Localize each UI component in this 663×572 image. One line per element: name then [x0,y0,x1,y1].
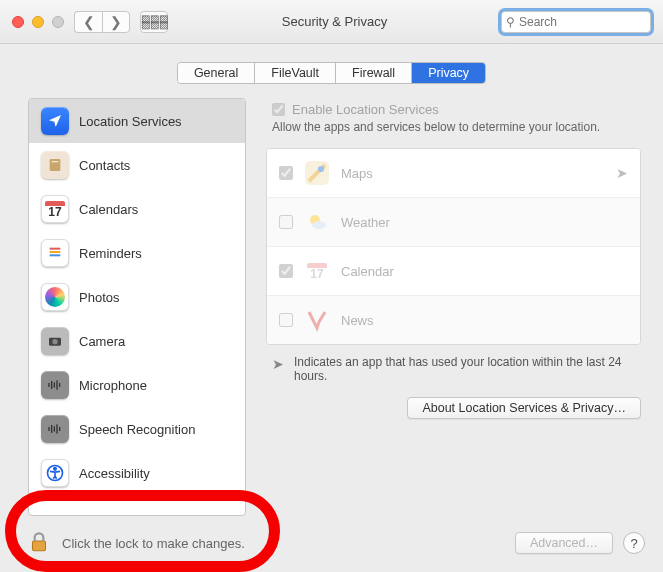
privacy-sidebar[interactable]: Location Services Contacts 17 Calendars … [28,98,246,516]
zoom-window-button[interactable] [52,16,64,28]
app-checkbox[interactable] [279,166,293,180]
microphone-icon [41,371,69,399]
window-title: Security & Privacy [178,14,491,29]
sidebar-item-contacts[interactable]: Contacts [29,143,245,187]
app-row-news[interactable]: News [267,296,640,344]
svg-point-18 [54,468,57,471]
svg-point-6 [52,339,57,344]
lock-area[interactable]: Click the lock to make changes. [26,529,245,558]
sidebar-item-reminders[interactable]: Reminders [29,231,245,275]
svg-rect-13 [51,425,52,433]
window: ❮ ❯ ▨▨▨▨▨▨ Security & Privacy ⚲ General … [0,0,663,572]
accessibility-icon [41,459,69,487]
news-icon [303,306,331,334]
close-window-button[interactable] [12,16,24,28]
lock-text: Click the lock to make changes. [62,536,245,551]
traffic-lights [12,16,64,28]
reminders-icon [41,239,69,267]
sidebar-item-camera[interactable]: Camera [29,319,245,363]
tab-bar: General FileVault Firewall Privacy [0,44,663,84]
app-list[interactable]: Maps ➤ Weather 17 Calendar [266,148,641,345]
contacts-icon [41,151,69,179]
location-indicator-note: ➤ Indicates an app that has used your lo… [266,345,641,387]
app-row-calendar[interactable]: 17 Calendar [267,247,640,296]
svg-rect-12 [48,427,49,431]
enable-location-services-label: Enable Location Services [292,102,439,117]
sidebar-item-photos[interactable]: Photos [29,275,245,319]
panel-header: Enable Location Services Allow the apps … [266,98,641,140]
search-input[interactable] [519,15,646,29]
speech-recognition-icon [41,415,69,443]
app-name: Maps [341,166,606,181]
svg-rect-1 [52,161,59,162]
svg-rect-4 [50,254,61,256]
show-all-button[interactable]: ▨▨▨▨▨▨ [140,11,168,33]
sidebar-item-location-services[interactable]: Location Services [29,99,245,143]
svg-rect-7 [48,383,49,387]
search-field[interactable]: ⚲ [501,11,651,33]
app-checkbox[interactable] [279,215,293,229]
back-button[interactable]: ❮ [74,11,102,33]
nav-buttons: ❮ ❯ [74,11,130,33]
svg-rect-11 [59,383,60,387]
svg-rect-9 [54,382,55,387]
sidebar-item-label: Contacts [79,158,130,173]
svg-rect-16 [59,427,60,431]
location-arrow-icon: ➤ [272,355,284,372]
about-button-row: About Location Services & Privacy… [266,387,641,423]
advanced-button[interactable]: Advanced… [515,532,613,554]
content: Location Services Contacts 17 Calendars … [0,84,663,522]
indicator-text: Indicates an app that has used your loca… [294,355,635,383]
search-icon: ⚲ [506,15,515,29]
footer: Click the lock to make changes. Advanced… [0,522,663,572]
about-location-services-button[interactable]: About Location Services & Privacy… [407,397,641,419]
tab-general[interactable]: General [178,63,255,83]
svg-rect-23 [33,540,46,550]
calendars-icon: 17 [41,195,69,223]
app-name: News [341,313,628,328]
sidebar-item-label: Speech Recognition [79,422,195,437]
app-checkbox[interactable] [279,264,293,278]
app-checkbox[interactable] [279,313,293,327]
svg-rect-8 [51,381,52,389]
sidebar-item-microphone[interactable]: Microphone [29,363,245,407]
svg-point-22 [312,221,326,229]
sidebar-item-label: Accessibility [79,466,150,481]
svg-rect-2 [50,248,61,250]
sidebar-item-speech-recognition[interactable]: Speech Recognition [29,407,245,451]
location-services-panel: Enable Location Services Allow the apps … [266,98,641,516]
minimize-window-button[interactable] [32,16,44,28]
tab-filevault[interactable]: FileVault [255,63,336,83]
svg-rect-0 [50,159,61,171]
enable-location-services-checkbox[interactable]: Enable Location Services [272,102,637,117]
tab-firewall[interactable]: Firewall [336,63,412,83]
sidebar-item-label: Photos [79,290,119,305]
titlebar: ❮ ❯ ▨▨▨▨▨▨ Security & Privacy ⚲ [0,0,663,44]
photos-icon [41,283,69,311]
camera-icon [41,327,69,355]
app-row-weather[interactable]: Weather [267,198,640,247]
svg-point-20 [318,166,324,172]
svg-rect-10 [56,380,57,389]
weather-icon [303,208,331,236]
forward-button[interactable]: ❯ [102,11,130,33]
app-name: Weather [341,215,628,230]
svg-rect-14 [54,426,55,431]
help-button[interactable]: ? [623,532,645,554]
grid-icon: ▨▨▨▨▨▨ [141,16,168,28]
footer-right: Advanced… ? [515,532,645,554]
sidebar-item-calendars[interactable]: 17 Calendars [29,187,245,231]
svg-rect-15 [56,424,57,433]
sidebar-item-label: Camera [79,334,125,349]
enable-location-services-input[interactable] [272,103,285,116]
maps-icon [303,159,331,187]
tab-privacy[interactable]: Privacy [412,63,485,83]
tab-segment: General FileVault Firewall Privacy [177,62,486,84]
app-name: Calendar [341,264,628,279]
sidebar-item-label: Location Services [79,114,182,129]
app-row-maps[interactable]: Maps ➤ [267,149,640,198]
calendar-icon: 17 [303,257,331,285]
sidebar-item-label: Calendars [79,202,138,217]
sidebar-item-accessibility[interactable]: Accessibility [29,451,245,495]
lock-icon[interactable] [26,529,52,558]
